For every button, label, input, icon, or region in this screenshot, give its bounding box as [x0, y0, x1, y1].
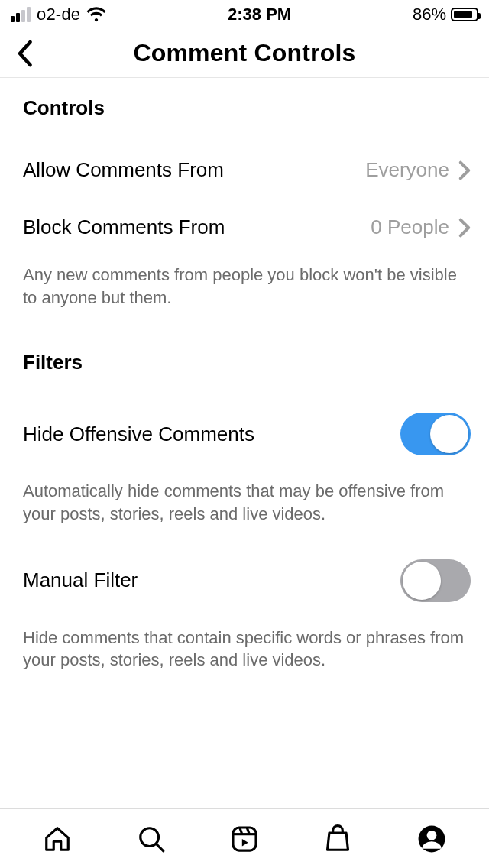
row-label: Manual Filter	[23, 568, 138, 592]
carrier-label: o2-de	[37, 5, 80, 24]
row-manual-filter: Manual Filter	[0, 542, 489, 619]
tab-search[interactable]	[133, 821, 170, 857]
home-icon	[43, 824, 72, 853]
row-label: Block Comments From	[23, 215, 225, 239]
hint-block-comments: Any new comments from people you block w…	[0, 256, 489, 312]
hint-hide-offensive: Automatically hide comments that may be …	[0, 472, 489, 528]
row-value: 0 People	[371, 215, 449, 239]
svg-point-0	[140, 828, 158, 846]
page-title: Comment Controls	[0, 39, 489, 67]
wifi-icon	[86, 7, 106, 22]
section-filters: Filters Hide Offensive Comments Automati…	[0, 332, 489, 695]
svg-line-1	[157, 844, 164, 851]
tab-home[interactable]	[39, 821, 76, 857]
section-title-filters: Filters	[0, 351, 489, 396]
battery-percent: 86%	[413, 5, 446, 24]
chevron-right-icon	[458, 160, 471, 180]
row-label: Allow Comments From	[23, 158, 224, 182]
section-title-controls: Controls	[0, 96, 489, 141]
toggle-manual-filter[interactable]	[400, 559, 471, 602]
nav-header: Comment Controls	[0, 29, 489, 78]
tab-profile[interactable]	[413, 821, 450, 857]
row-allow-comments-from[interactable]: Allow Comments From Everyone	[0, 141, 489, 199]
status-time: 2:38 PM	[228, 5, 291, 24]
svg-point-4	[426, 830, 436, 840]
cell-signal-icon	[11, 7, 31, 22]
chevron-left-icon	[16, 40, 33, 67]
row-hide-offensive: Hide Offensive Comments	[0, 396, 489, 472]
back-button[interactable]	[8, 37, 41, 70]
tab-shop[interactable]	[319, 821, 356, 857]
row-value: Everyone	[365, 158, 449, 182]
status-right: 86%	[413, 5, 478, 24]
row-value-wrap: 0 People	[371, 215, 471, 239]
row-block-comments-from[interactable]: Block Comments From 0 People	[0, 199, 489, 256]
row-value-wrap: Everyone	[365, 158, 471, 182]
tab-reels[interactable]	[226, 821, 263, 857]
section-controls: Controls Allow Comments From Everyone Bl…	[0, 78, 489, 332]
status-left: o2-de	[11, 5, 106, 24]
reels-icon	[230, 824, 259, 853]
battery-icon	[451, 8, 478, 21]
tab-bar	[0, 808, 489, 868]
search-icon	[137, 824, 166, 853]
toggle-hide-offensive[interactable]	[400, 413, 471, 455]
svg-rect-2	[233, 827, 256, 850]
row-label: Hide Offensive Comments	[23, 423, 254, 446]
content: Controls Allow Comments From Everyone Bl…	[0, 78, 489, 695]
chevron-right-icon	[458, 218, 471, 238]
status-bar: o2-de 2:38 PM 86%	[0, 0, 489, 29]
shop-icon	[323, 824, 352, 853]
profile-icon	[417, 824, 446, 853]
hint-manual-filter: Hide comments that contain specific word…	[0, 619, 489, 675]
